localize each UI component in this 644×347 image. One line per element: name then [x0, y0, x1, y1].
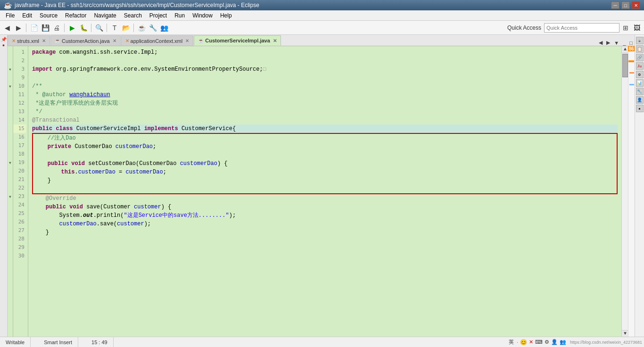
menu-help[interactable]: Help [216, 11, 236, 20]
tab-app-context[interactable]: ✕ applicationContext.xml ✕ [121, 35, 194, 46]
menu-window[interactable]: Window [189, 11, 216, 20]
status-writable[interactable]: Writable [0, 337, 31, 347]
status-icon-person2[interactable]: 👥 [560, 339, 566, 345]
tab-struts-xml[interactable]: ✕ struts.xml ✕ [8, 35, 50, 46]
status-bar: Writable Smart Insert 15 : 49 英 · 😊 ✕ ⌨ … [0, 337, 644, 347]
minimize-button[interactable]: ─ [611, 1, 619, 9]
quick-access-input[interactable] [544, 23, 619, 33]
maximize-editor[interactable]: □ [627, 40, 635, 46]
app-context-label: applicationContext.xml [131, 38, 183, 44]
menu-bar: File Edit Source Refactor Navigate Searc… [0, 10, 644, 21]
perspective-icon-3[interactable]: 🔗 [636, 54, 644, 61]
menu-edit[interactable]: Edit [18, 11, 36, 20]
status-icon-x[interactable]: ✕ [529, 339, 533, 345]
marker-15 [8, 124, 13, 133]
search-button[interactable]: 🔍 [94, 23, 104, 33]
status-icon-settings[interactable]: ⚙ [545, 339, 549, 345]
run-button[interactable]: ▶ [67, 23, 77, 33]
marker-16 [8, 133, 13, 141]
status-right-icons: 英 · 😊 ✕ ⌨ ⚙ 👤 👥 https://blog.csdn.net/we… [508, 339, 644, 346]
linenum-30: 30 [13, 252, 26, 260]
linenum-13: 13 [13, 107, 26, 116]
perspective-icon-1[interactable]: ☕ [636, 37, 644, 44]
marker-3[interactable]: ▼ [8, 65, 13, 74]
menu-run[interactable]: Run [171, 11, 189, 20]
perspective-icon-8[interactable]: 👤 [636, 96, 644, 104]
scroll-thumb[interactable] [622, 54, 628, 77]
linenum-27: 27 [13, 226, 26, 235]
marker-23[interactable]: ▼ [8, 192, 13, 201]
open-perspective-button[interactable]: ⊞ [620, 23, 631, 33]
customer-action-close[interactable]: ✕ [113, 38, 116, 43]
tab-scroll-right[interactable]: ▶ [604, 40, 612, 46]
perspective-icon-2[interactable]: 📋 [636, 45, 644, 53]
status-icon-keyboard[interactable]: ⌨ [535, 339, 543, 345]
struts-xml-close[interactable]: ✕ [42, 38, 46, 43]
code-line-30 [32, 254, 618, 262]
status-icon-lang[interactable]: 英 [508, 339, 515, 346]
tab-customer-service-impl[interactable]: ☕ CustomerServiceImpl.java ✕ [194, 35, 281, 46]
tab-scroll-left[interactable]: ◀ [597, 40, 604, 46]
tab-list-dropdown[interactable]: ▼ [612, 40, 621, 46]
linenum-3: !3 [13, 65, 26, 74]
status-insert-mode[interactable]: Smart Insert [38, 337, 78, 347]
status-icon-person1[interactable]: 👤 [551, 339, 558, 345]
menu-navigate[interactable]: Navigate [90, 11, 120, 20]
perspective-icon-7[interactable]: 🔧 [636, 88, 644, 95]
perspective-icon-6[interactable]: 📊 [636, 79, 644, 87]
code-line-3: import org.springframework.core.env.Syst… [32, 65, 618, 74]
marker-19[interactable]: ▼ [8, 158, 13, 167]
save-button[interactable]: 💾 [40, 23, 50, 33]
status-icon-emoji[interactable]: 😊 [520, 339, 527, 346]
forward-button[interactable]: ▶ [13, 23, 24, 33]
print-button[interactable]: 🖨 [51, 23, 62, 33]
debug-button[interactable]: 🐛 [78, 23, 89, 33]
minimize-editor[interactable]: _ [621, 40, 627, 46]
linenum-26: 26 [13, 218, 26, 226]
menu-source[interactable]: Source [36, 11, 61, 20]
code-line-19: public void setCustomerDao(CustomerDao c… [33, 159, 617, 168]
status-icon-dot: · [517, 340, 518, 345]
scroll-down-arrow[interactable]: ▼ [622, 330, 628, 337]
menu-project[interactable]: Project [146, 11, 171, 20]
vertical-scrollbar[interactable]: ▲ ▼ [621, 46, 628, 337]
marker-25 [8, 209, 13, 218]
open-resource-button[interactable]: 📂 [121, 23, 131, 33]
separator-3 [91, 24, 91, 32]
perspective-icon-4[interactable]: Ju [636, 62, 644, 70]
code-line-27: } [32, 228, 618, 237]
open-type-button[interactable]: T [109, 23, 120, 33]
title-controls: ─ □ ✕ [611, 1, 640, 9]
new-button[interactable]: 📄 [29, 23, 39, 33]
maximize-button[interactable]: □ [621, 1, 630, 9]
perspective-icon-5[interactable]: ⚙ [636, 71, 644, 78]
menu-file[interactable]: File [2, 11, 18, 20]
linenum-16: 16 [13, 133, 26, 141]
marker-26 [8, 218, 13, 226]
java-perspective-button[interactable]: ☕ [136, 23, 147, 33]
customize-perspective-button[interactable]: 🖼 [632, 23, 642, 33]
code-line-26: customerDao.save(customer); [32, 220, 618, 228]
back-button[interactable]: ◀ [2, 23, 12, 33]
linenum-24: 24 [13, 201, 26, 209]
marker-10[interactable]: ▼ [8, 82, 13, 91]
team-button[interactable]: 👥 [159, 23, 169, 33]
title-text: javaframe - Java EE - ssh1/src/com/wangs… [15, 2, 611, 8]
scroll-up-arrow[interactable]: ▲ [622, 46, 628, 53]
close-button[interactable]: ✕ [632, 1, 640, 9]
marker-17 [8, 141, 13, 150]
menu-search[interactable]: Search [120, 11, 146, 20]
marker-22 [8, 184, 13, 192]
app-context-close[interactable]: ✕ [185, 38, 189, 43]
marker-29 [8, 243, 13, 252]
menu-refactor[interactable]: Refactor [61, 11, 90, 20]
customer-service-impl-close[interactable]: ✕ [273, 38, 277, 43]
code-content[interactable]: package com.wangshi.ssh.service.Impl; im… [28, 46, 621, 337]
code-line-23: @Override [32, 194, 618, 203]
marker-1 [8, 48, 13, 57]
debug-perspective-button[interactable]: 🔧 [148, 23, 158, 33]
code-line-29 [32, 245, 618, 254]
perspective-icon-9[interactable]: ★ [636, 105, 644, 112]
far-right-panel: ☕ 📋 🔗 Ju ⚙ 📊 🔧 👤 ★ [635, 35, 644, 337]
tab-customer-action[interactable]: ☕ CustomerAction.java ✕ [50, 35, 121, 46]
